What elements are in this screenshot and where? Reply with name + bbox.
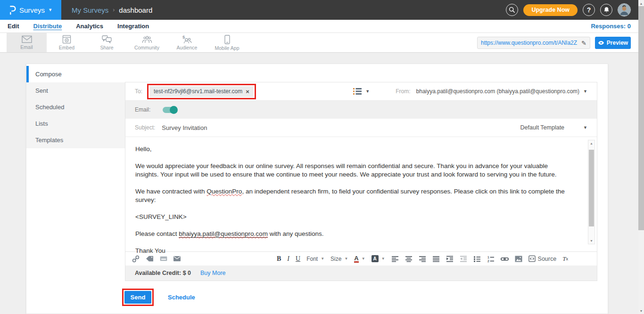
toggle-knob (170, 106, 178, 114)
send-button[interactable]: Send (124, 291, 151, 304)
subject-row: Subject: Survey Invitation Default Templ… (125, 119, 597, 137)
text-color-button[interactable]: A▼ (354, 255, 365, 263)
sidebar-item-lists[interactable]: Lists (26, 115, 125, 132)
product-switcher[interactable]: Surveys ▼ (0, 0, 61, 20)
email-template-icon[interactable] (173, 256, 181, 261)
email-icon (22, 35, 32, 43)
body-paragraph: Hello, (135, 145, 569, 153)
italic-button[interactable]: I (287, 255, 289, 263)
channel-mobile-app[interactable]: Mobile App (207, 33, 247, 52)
recipient-chip[interactable]: test-nf2r9vjl6@srv1.mail-tester.com × (150, 86, 253, 97)
page-scrollbar[interactable]: ▲ ▼ (638, 0, 644, 314)
scroll-up-icon[interactable]: ▲ (638, 0, 644, 6)
sidebar-item-sent[interactable]: Sent (26, 82, 125, 99)
tab-analytics[interactable]: Analytics (76, 23, 103, 30)
question-mark-icon: ? (587, 6, 591, 14)
remove-recipient-icon[interactable]: × (246, 88, 249, 95)
scroll-down-icon[interactable]: ▼ (588, 238, 594, 244)
breadcrumb: My Surveys › dashboard (72, 6, 152, 14)
underline-button[interactable]: U (296, 255, 300, 263)
subject-input[interactable]: Survey Invitation (162, 124, 207, 131)
insert-image-icon[interactable] (515, 256, 522, 262)
chevron-down-icon: ▼ (48, 8, 52, 12)
schedule-link[interactable]: Schedule (168, 294, 195, 301)
help-button[interactable]: ? (583, 4, 595, 16)
chevron-down-icon: ▼ (321, 257, 324, 261)
outdent-icon[interactable] (460, 255, 467, 263)
source-button-label: Source (538, 256, 557, 262)
numbered-list-icon[interactable]: 12 (487, 255, 495, 263)
tab-integration[interactable]: Integration (117, 23, 149, 30)
source-button[interactable]: Source (528, 255, 557, 262)
align-left-icon[interactable] (391, 255, 399, 263)
questionpro-distribute-email-page: Surveys ▼ My Surveys › dashboard Upgrade… (0, 0, 644, 314)
share-icon (102, 35, 112, 44)
channel-label: Embed (59, 45, 74, 50)
merge-tag-icon[interactable] (146, 256, 154, 262)
editor-scrollbar[interactable]: ▲ ▼ (588, 140, 595, 244)
tab-edit[interactable]: Edit (8, 23, 19, 30)
keyboard-icon[interactable] (160, 256, 167, 261)
remove-format-button[interactable]: Tx (562, 255, 568, 263)
channel-community[interactable]: Community (127, 33, 167, 52)
breadcrumb-my-surveys[interactable]: My Surveys (72, 6, 108, 14)
bold-button[interactable]: B (277, 255, 281, 263)
editor-scrollbar-thumb[interactable] (589, 150, 594, 226)
email-toggle-switch[interactable] (163, 107, 177, 113)
align-center-icon[interactable] (405, 255, 413, 263)
channel-label: Audience (177, 45, 198, 50)
annotation-box-recipient: test-nf2r9vjl6@srv1.mail-tester.com × (147, 84, 256, 99)
edit-pencil-icon[interactable]: ✎ (581, 40, 586, 47)
scroll-down-icon[interactable]: ▼ (638, 308, 644, 314)
chevron-down-icon: ▼ (344, 257, 348, 261)
list-chevron-down-icon[interactable]: ▼ (365, 89, 370, 94)
page-scrollbar-thumb[interactable] (638, 6, 644, 230)
select-list-icon[interactable] (353, 88, 362, 95)
align-right-icon[interactable] (419, 255, 426, 263)
contact-email-link[interactable]: bhaiyya.patil@questionpro.com (179, 230, 268, 238)
search-icon (509, 7, 515, 13)
channel-embed[interactable]: Embed (47, 33, 87, 52)
annotation-box-send: Send (122, 289, 154, 306)
compose-sidebar: Compose Sent Scheduled Lists Templates (26, 66, 125, 148)
preview-button[interactable]: Preview (595, 37, 631, 49)
audience-icon: $ (182, 35, 192, 44)
align-justify-icon[interactable] (432, 255, 440, 263)
upgrade-now-button[interactable]: Upgrade Now (523, 4, 578, 16)
body-paragraph: Thank You (135, 247, 569, 255)
template-selected-value: Default Template (520, 124, 565, 131)
sidebar-item-compose[interactable]: Compose (26, 66, 125, 82)
channel-label: Community (134, 45, 159, 50)
preview-button-label: Preview (607, 40, 628, 46)
survey-url-field[interactable]: https://www.questionpro.com/t/ANIa2Z ✎ (477, 37, 590, 49)
channel-email[interactable]: Email (7, 33, 47, 52)
bullet-list-icon[interactable] (473, 255, 481, 263)
buy-more-link[interactable]: Buy More (200, 270, 226, 276)
sidebar-item-templates[interactable]: Templates (26, 132, 125, 148)
channel-audience[interactable]: $ Audience (167, 33, 207, 52)
tab-distribute[interactable]: Distribute (33, 23, 62, 30)
from-chevron-down-icon[interactable]: ▼ (583, 89, 587, 94)
insert-survey-link-icon[interactable] (132, 255, 140, 263)
sidebar-item-scheduled[interactable]: Scheduled (26, 99, 125, 115)
template-selector[interactable]: Default Template ▼ (520, 124, 588, 131)
font-dropdown[interactable]: Font▼ (306, 256, 324, 262)
breadcrumb-separator-icon: › (113, 7, 115, 13)
search-button[interactable] (506, 4, 518, 16)
body-paragraph: We have contracted with QuestionPro, an … (135, 187, 569, 204)
size-dropdown-label: Size (330, 256, 341, 262)
from-address-dropdown[interactable]: bhaiyya.patil@questionpro.com (bhaiyya.p… (416, 88, 580, 95)
recipient-row-right: ▼ From: bhaiyya.patil@questionpro.com (b… (353, 88, 587, 95)
notifications-button[interactable] (600, 4, 612, 16)
scroll-up-icon[interactable]: ▲ (588, 140, 594, 146)
svg-text:1: 1 (487, 256, 489, 259)
indent-icon[interactable] (446, 255, 454, 263)
user-avatar[interactable] (618, 3, 631, 16)
insert-link-icon[interactable] (501, 255, 509, 263)
size-dropdown[interactable]: Size▼ (330, 256, 348, 262)
email-body-editor[interactable]: Hello, We would appreciate your feedback… (125, 137, 597, 251)
email-compose-card: Compose Sent Scheduled Lists Templates T… (26, 64, 608, 314)
avatar-photo (618, 4, 630, 16)
background-color-button[interactable]: A▼ (372, 255, 385, 262)
channel-share[interactable]: Share (87, 33, 127, 52)
